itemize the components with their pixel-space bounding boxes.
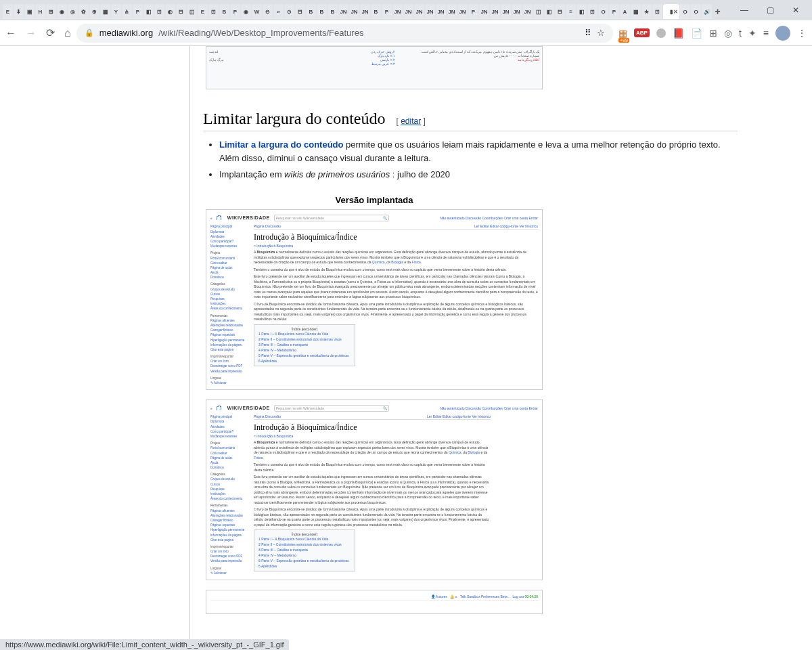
background-tab[interactable]: P (133, 4, 143, 19)
background-tab[interactable]: E (3, 4, 13, 19)
background-tab[interactable]: B (219, 4, 229, 19)
background-tab[interactable]: ⊡ (587, 4, 597, 19)
background-tab[interactable]: JN (501, 4, 511, 19)
translate-icon[interactable]: ⠿ (585, 28, 591, 38)
new-tab-button[interactable]: + (713, 4, 723, 19)
background-tab[interactable]: P (382, 4, 392, 19)
extensions-icon[interactable]: ✦ (748, 28, 757, 39)
background-tab[interactable]: A (620, 4, 630, 19)
background-tab[interactable]: P (609, 4, 619, 19)
ext-pdf-icon[interactable]: 📕 (673, 28, 684, 39)
background-tab[interactable]: ⊡ (154, 4, 164, 19)
minimize-button[interactable]: — (738, 5, 751, 15)
top-rtl-screenshot[interactable]: یک پاراگراف متن سریده ۱۵ تایین مفهوم می‌… (206, 46, 543, 89)
background-tab[interactable]: ⊟ (555, 4, 565, 19)
background-tab[interactable]: ⊡ (208, 4, 219, 19)
search-field: Pesquisar na wiki Wikiversidade🔍 (274, 215, 389, 221)
ext-grey-icon[interactable] (656, 28, 666, 38)
background-tab[interactable]: 🔊 (702, 4, 712, 19)
background-tab[interactable]: ⊖ (263, 4, 273, 19)
background-tab[interactable]: ◫ (533, 4, 543, 19)
menu-icon[interactable]: ⋮ (797, 28, 807, 39)
ext-doc-icon[interactable]: 📄 (691, 28, 702, 39)
background-tab[interactable]: ◎ (68, 4, 78, 19)
close-button[interactable]: ✕ (789, 5, 803, 15)
ext-t-icon[interactable]: t (739, 28, 742, 39)
background-tab[interactable]: ◫ (187, 4, 197, 19)
background-tab[interactable]: ◧ (544, 4, 554, 19)
background-tab[interactable]: O (598, 4, 608, 19)
background-tab[interactable]: JN (425, 4, 435, 19)
background-tab[interactable]: ◧ (143, 4, 154, 19)
background-tab[interactable]: JN (512, 4, 522, 19)
background-tab[interactable]: ★ (641, 4, 652, 19)
background-tab[interactable]: ◧ (577, 4, 587, 19)
background-tab[interactable]: P (468, 4, 478, 19)
background-tab[interactable]: ⊟ (176, 4, 186, 19)
background-tab[interactable]: H (35, 4, 45, 19)
background-tab[interactable]: ▣ (24, 4, 35, 19)
background-tab[interactable]: E (198, 4, 208, 19)
browser-titlebar: E⬇▣H⊞◉◎✿⊕▦Y⋔P◧⊡◐⊟◫E⊡BP◉W⊖»⊙⊟BBBJNJNJNBPJ… (0, 0, 812, 20)
active-tab[interactable]: ▮ (663, 4, 679, 19)
edit-link[interactable]: editar (401, 116, 421, 126)
background-tab[interactable]: B (328, 4, 338, 19)
background-tab[interactable]: ◐ (165, 4, 175, 19)
back-button[interactable]: ← (5, 27, 16, 39)
reading-list-icon[interactable]: ≡ (763, 28, 769, 39)
background-tab[interactable]: O (680, 4, 690, 19)
background-tab[interactable]: ⊟ (295, 4, 305, 19)
profile-avatar[interactable] (775, 26, 790, 41)
background-tab[interactable]: JN (360, 4, 370, 19)
background-tab[interactable]: JN (457, 4, 468, 19)
background-tab[interactable]: B (306, 4, 316, 19)
maximize-button[interactable]: ▢ (763, 5, 777, 15)
background-tab[interactable]: ≡ (566, 4, 576, 19)
background-tab[interactable]: ⊕ (89, 4, 99, 19)
background-tab[interactable]: ▦ (100, 4, 110, 19)
toc: Índice [esconder] 1 Parte I – A Bioquími… (254, 529, 355, 571)
screenshot-third[interactable]: 👤 Autores 🔔 ≡ Talk Sandbox Preferences B… (206, 590, 543, 614)
reload-button[interactable]: ⟳ (46, 26, 55, 39)
user-links: Não autenticado Discussão Contribuições … (440, 216, 538, 220)
background-tab[interactable]: B (371, 4, 381, 19)
background-tab[interactable]: ⊙ (284, 4, 294, 19)
home-button[interactable]: ⌂ (64, 27, 71, 39)
background-tab[interactable]: » (273, 4, 284, 19)
ext-aliexpress-icon[interactable]: ▦+99 (618, 28, 627, 39)
background-tab[interactable]: JN (522, 4, 533, 19)
background-tab[interactable]: JN (490, 4, 500, 19)
background-tab[interactable]: ▦ (631, 4, 641, 19)
background-tab[interactable]: JN (349, 4, 359, 19)
background-tab[interactable]: JN (447, 4, 457, 19)
background-tab[interactable]: ⊞ (46, 4, 56, 19)
feature-link[interactable]: Limitar a largura do conteúdo (219, 139, 343, 150)
background-tab[interactable]: ⊡ (652, 4, 662, 19)
wv-main: Página DiscussãoLer Editar Editar código… (254, 224, 538, 385)
background-tab[interactable]: JN (436, 4, 446, 19)
background-tab[interactable]: ⬇ (14, 4, 24, 19)
ext-cube-icon[interactable]: ⊞ (709, 28, 717, 39)
background-tab[interactable]: Y (111, 4, 121, 19)
background-tab[interactable]: ◉ (241, 4, 251, 19)
background-tab[interactable]: O (691, 4, 701, 19)
background-tab[interactable]: JN (338, 4, 348, 19)
page-viewport[interactable]: یک پاراگراف متن سریده ۱۵ تایین مفهوم می‌… (0, 46, 812, 650)
background-tab[interactable]: W (252, 4, 262, 19)
address-bar[interactable]: 🔒 mediawiki.org/wiki/Reading/Web/Desktop… (76, 24, 613, 43)
background-tab[interactable]: ◉ (57, 4, 67, 19)
bookmark-star-icon[interactable]: ☆ (597, 28, 605, 38)
background-tab[interactable]: JN (392, 4, 403, 19)
screenshot-limited[interactable]: « ⛫ WIKIVERSIDADE Pesquisar na wiki Wiki… (206, 399, 543, 580)
background-tab[interactable]: ⋔ (122, 4, 132, 19)
screenshot-wide[interactable]: « ⛫ WIKIVERSIDADE Pesquisar na wiki Wiki… (206, 209, 543, 390)
ext-adblock-icon[interactable]: ABP (634, 28, 650, 37)
background-tab[interactable]: JN (414, 4, 424, 19)
background-tab[interactable]: B (317, 4, 327, 19)
url-domain: mediawiki.org (99, 28, 153, 38)
background-tab[interactable]: P (230, 4, 240, 19)
background-tab[interactable]: JN (479, 4, 489, 19)
background-tab[interactable]: ✿ (78, 4, 89, 19)
background-tab[interactable]: JN (403, 4, 413, 19)
ext-circle-icon[interactable]: ◎ (724, 28, 732, 39)
